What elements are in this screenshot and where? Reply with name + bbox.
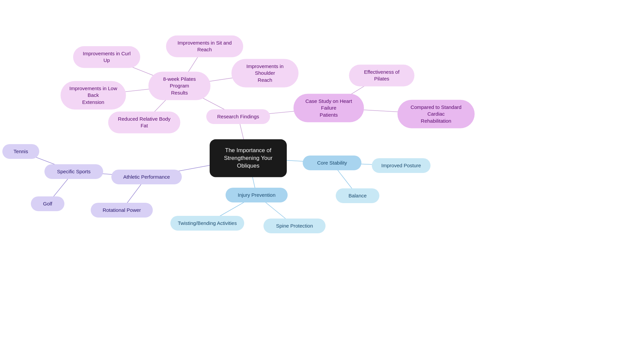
- injury-prevention-node[interactable]: Injury Prevention: [226, 188, 288, 202]
- twisting-bending-node[interactable]: Twisting/Bending Activities: [170, 216, 244, 231]
- body-fat-node[interactable]: Reduced Relative Body Fat: [108, 112, 180, 133]
- center-node[interactable]: The Importance of Strengthening Your Obl…: [210, 139, 287, 177]
- curl-up-node[interactable]: Improvements in Curl Up: [73, 46, 140, 68]
- core-stability-node[interactable]: Core Stability: [303, 156, 362, 170]
- rotational-power-node[interactable]: Rotational Power: [91, 203, 153, 218]
- shoulder-reach-node[interactable]: Improvements in Shoulder Reach: [231, 59, 299, 87]
- low-back-node[interactable]: Improvements in Low Back Extension: [61, 81, 126, 110]
- std-cardiac-node[interactable]: Compared to Standard Cardiac Rehabilitat…: [397, 100, 475, 128]
- pilates-program-node[interactable]: 8-week Pilates Program Results: [149, 72, 211, 100]
- golf-node[interactable]: Golf: [31, 196, 64, 211]
- athletic-performance-node[interactable]: Athletic Performance: [111, 170, 182, 184]
- research-findings-node[interactable]: Research Findings: [206, 109, 270, 124]
- effectiveness-node[interactable]: Effectiveness of Pilates: [349, 65, 415, 86]
- sit-reach-node[interactable]: Improvements in Sit and Reach: [166, 36, 243, 57]
- specific-sports-node[interactable]: Specific Sports: [45, 164, 103, 179]
- improved-posture-node[interactable]: Improved Posture: [372, 158, 431, 173]
- spine-protection-node[interactable]: Spine Protection: [264, 219, 326, 233]
- balance-node[interactable]: Balance: [336, 188, 379, 203]
- tennis-node[interactable]: Tennis: [2, 144, 39, 159]
- heart-failure-node[interactable]: Case Study on Heart Failure Patients: [293, 94, 364, 122]
